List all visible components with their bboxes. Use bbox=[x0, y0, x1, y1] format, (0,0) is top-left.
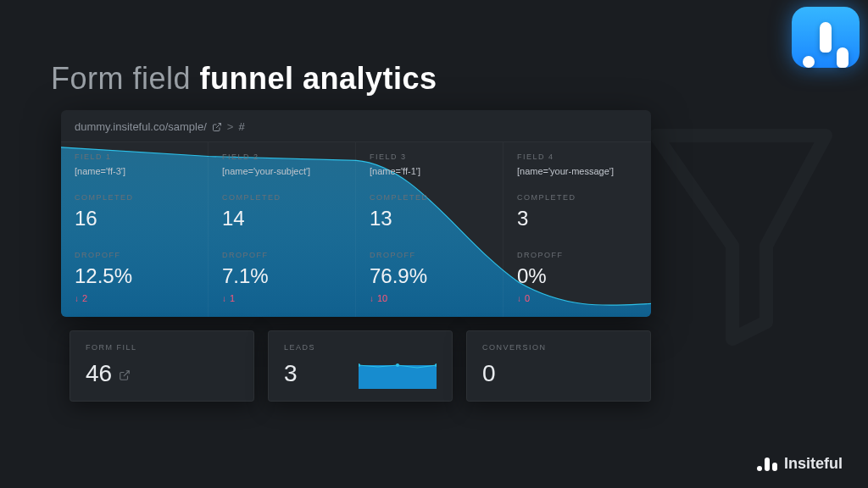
funnel-background-icon bbox=[648, 127, 834, 347]
page-title: Form field funnel analytics bbox=[51, 61, 437, 97]
dropoff-count: ↓10 bbox=[370, 293, 489, 303]
field-selector: [name='your-message'] bbox=[517, 166, 637, 176]
completed-label: COMPLETED bbox=[370, 193, 489, 202]
arrow-down-icon: ↓ bbox=[75, 294, 79, 303]
app-logo-badge bbox=[792, 7, 860, 68]
completed-value: 16 bbox=[75, 207, 194, 230]
stat-conversion[interactable]: CONVERSION 0 bbox=[466, 330, 651, 402]
completed-value: 14 bbox=[222, 207, 342, 230]
completed-label: COMPLETED bbox=[75, 193, 194, 202]
title-bold: funnel analytics bbox=[200, 61, 437, 96]
external-link-icon[interactable] bbox=[212, 122, 222, 132]
dropoff-pct: 0% bbox=[517, 264, 637, 288]
dropoff-label: DROPOFF bbox=[222, 251, 342, 259]
funnel-column: FIELD 3 [name='ff-1'] COMPLETED 13 DROPO… bbox=[356, 142, 504, 317]
brand-name: Insiteful bbox=[784, 455, 843, 473]
svg-rect-2 bbox=[359, 365, 437, 389]
arrow-down-icon: ↓ bbox=[517, 294, 521, 303]
title-prefix: Form field bbox=[51, 61, 200, 96]
summary-row: FORM FILL 46 LEADS 3 CONVERSION 0 bbox=[70, 330, 651, 402]
completed-label: COMPLETED bbox=[222, 193, 342, 202]
breadcrumb-hash: # bbox=[238, 120, 244, 133]
dropoff-count: ↓1 bbox=[222, 293, 342, 303]
field-label: FIELD 1 bbox=[75, 152, 194, 161]
stat-value: 0 bbox=[482, 360, 635, 387]
external-link-icon[interactable] bbox=[119, 360, 131, 387]
funnel-column: FIELD 1 [name='ff-3'] COMPLETED 16 DROPO… bbox=[61, 142, 209, 317]
completed-label: COMPLETED bbox=[517, 193, 637, 202]
field-label: FIELD 4 bbox=[517, 152, 637, 161]
dropoff-label: DROPOFF bbox=[370, 251, 489, 259]
breadcrumb-url: dummy.insiteful.co/sample/ bbox=[75, 120, 207, 133]
stat-label: FORM FILL bbox=[86, 343, 238, 352]
arrow-down-icon: ↓ bbox=[370, 294, 374, 303]
funnel-card: dummy.insiteful.co/sample/ > # FIELD 1 [… bbox=[61, 110, 651, 317]
dropoff-count: ↓2 bbox=[75, 293, 194, 303]
logo-mark-icon bbox=[757, 458, 777, 471]
dropoff-count: ↓0 bbox=[517, 293, 637, 303]
completed-value: 13 bbox=[370, 207, 489, 230]
funnel-table: FIELD 1 [name='ff-3'] COMPLETED 16 DROPO… bbox=[61, 141, 651, 317]
svg-point-4 bbox=[396, 363, 399, 367]
breadcrumb[interactable]: dummy.insiteful.co/sample/ > # bbox=[61, 110, 651, 141]
stat-label: CONVERSION bbox=[482, 343, 635, 352]
field-selector: [name='ff-3'] bbox=[75, 166, 194, 176]
completed-value: 3 bbox=[517, 207, 637, 230]
dropoff-label: DROPOFF bbox=[75, 251, 194, 259]
stat-label: LEADS bbox=[284, 343, 437, 352]
field-label: FIELD 3 bbox=[370, 152, 489, 161]
footer-logo: Insiteful bbox=[757, 455, 843, 473]
dropoff-pct: 7.1% bbox=[222, 264, 342, 288]
stat-form-fill[interactable]: FORM FILL 46 bbox=[70, 330, 254, 402]
svg-line-0 bbox=[216, 123, 221, 128]
dropoff-pct: 12.5% bbox=[75, 264, 194, 288]
field-label: FIELD 2 bbox=[222, 152, 342, 161]
field-selector: [name='ff-1'] bbox=[370, 166, 489, 176]
stat-leads[interactable]: LEADS 3 bbox=[268, 330, 453, 402]
dropoff-label: DROPOFF bbox=[517, 251, 637, 259]
dropoff-pct: 76.9% bbox=[370, 264, 489, 288]
funnel-column: FIELD 2 [name='your-subject'] COMPLETED … bbox=[209, 142, 356, 317]
arrow-down-icon: ↓ bbox=[222, 294, 226, 303]
leads-sparkline bbox=[359, 363, 437, 389]
svg-line-1 bbox=[124, 371, 129, 376]
stat-value: 46 bbox=[86, 360, 238, 387]
field-selector: [name='your-subject'] bbox=[222, 166, 342, 176]
funnel-column: FIELD 4 [name='your-message'] COMPLETED … bbox=[504, 142, 651, 317]
breadcrumb-separator: > bbox=[227, 120, 234, 133]
